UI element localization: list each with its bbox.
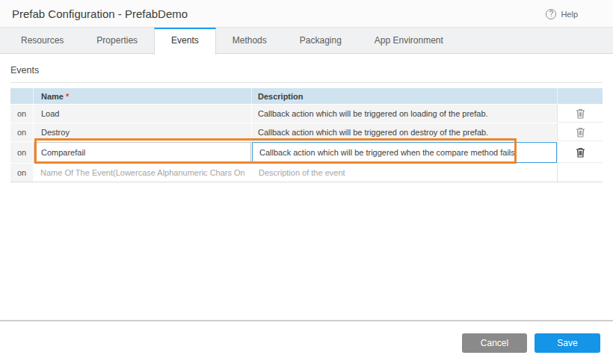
header-prefix-column [10, 88, 33, 104]
row-actions [557, 142, 603, 163]
event-prefix: on [10, 164, 33, 182]
tab-methods[interactable]: Methods [216, 28, 283, 53]
table-row-comparefail: on [10, 142, 603, 163]
tab-app-environment[interactable]: App Environment [358, 28, 460, 53]
trash-icon [576, 108, 585, 119]
trash-icon [576, 147, 585, 158]
table-row-destroy: on Destroy Callback action which will be… [10, 123, 603, 141]
tab-events[interactable]: Events [154, 28, 216, 55]
table-row-load: on Load Callback action which will be tr… [10, 105, 603, 123]
event-description-cell [251, 164, 557, 182]
event-description-input[interactable] [252, 142, 557, 163]
event-name-cell[interactable]: Load [33, 105, 251, 123]
event-description-cell [251, 142, 557, 163]
required-marker: * [66, 92, 69, 101]
help-icon: ? [546, 9, 556, 19]
cancel-button[interactable]: Cancel [462, 333, 527, 353]
help-label: Help [561, 10, 578, 19]
footer-divider [0, 320, 613, 321]
delete-event-button[interactable] [574, 107, 587, 120]
event-description-cell[interactable]: Callback action which will be triggered … [251, 105, 557, 123]
new-event-description-input[interactable] [252, 164, 557, 182]
event-prefix: on [10, 123, 33, 141]
delete-event-button[interactable] [574, 126, 587, 139]
row-actions [557, 164, 603, 182]
tab-bar: Resources Properties Events Methods Pack… [0, 28, 613, 54]
tab-resources[interactable]: Resources [4, 28, 80, 53]
title-bar: Prefab Configuration - PrefabDemo ? Help [0, 0, 613, 28]
event-name-cell[interactable]: Destroy [33, 123, 251, 141]
help-button[interactable]: ? Help [546, 0, 578, 28]
event-prefix: on [10, 142, 33, 163]
header-description: Description [251, 88, 557, 104]
event-name-cell [33, 142, 251, 163]
header-name: Name * [33, 88, 251, 104]
row-actions [557, 105, 603, 123]
events-table: Name * Description on Load Callback acti… [10, 88, 603, 182]
event-prefix: on [10, 105, 33, 123]
save-button[interactable]: Save [535, 333, 600, 353]
tab-properties[interactable]: Properties [80, 28, 154, 53]
trash-icon [576, 127, 585, 138]
delete-event-button[interactable] [574, 146, 587, 159]
table-header-row: Name * Description [10, 88, 603, 104]
event-description-cell[interactable]: Callback action which will be triggered … [251, 123, 557, 141]
header-actions [557, 88, 603, 104]
tab-packaging[interactable]: Packaging [283, 28, 358, 53]
event-name-input[interactable] [34, 142, 251, 163]
table-row-new-event: on [10, 164, 603, 182]
window-title: Prefab Configuration - PrefabDemo [12, 0, 188, 28]
row-actions [557, 123, 603, 141]
event-name-cell [33, 164, 251, 182]
events-section-heading: Events [10, 65, 603, 83]
new-event-name-input[interactable] [34, 164, 251, 182]
